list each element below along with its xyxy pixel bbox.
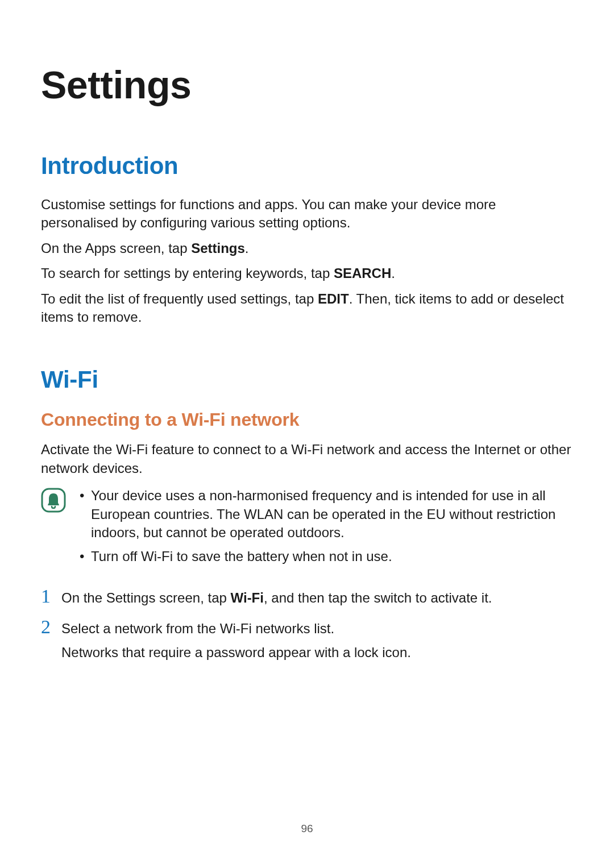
step-2-subtext: Networks that require a password appear … xyxy=(61,643,573,662)
text-span: On the Apps screen, tap xyxy=(41,240,191,256)
step-2: 2 Select a network from the Wi-Fi networ… xyxy=(41,617,573,638)
page-content: Settings Introduction Customise settings… xyxy=(0,0,614,662)
intro-paragraph-4: To edit the list of frequently used sett… xyxy=(41,290,573,327)
bold-settings: Settings xyxy=(191,240,245,256)
bullet-text: Turn off Wi-Fi to save the battery when … xyxy=(91,547,573,566)
text-span: . xyxy=(245,240,249,256)
section-heading-wifi: Wi-Fi xyxy=(41,366,573,393)
note-bullet-1: • Your device uses a non-harmonised freq… xyxy=(80,487,573,542)
step-number-2: 2 xyxy=(41,617,61,637)
bold-wifi: Wi-Fi xyxy=(231,590,264,605)
bold-search: SEARCH xyxy=(334,265,391,281)
wifi-paragraph-1: Activate the Wi-Fi feature to connect to… xyxy=(41,441,573,477)
intro-paragraph-2: On the Apps screen, tap Settings. xyxy=(41,239,573,258)
step-2-text: Select a network from the Wi-Fi networks… xyxy=(61,620,573,638)
section-heading-introduction: Introduction xyxy=(41,152,573,180)
text-span: To edit the list of frequently used sett… xyxy=(41,291,318,306)
intro-paragraph-3: To search for settings by entering keywo… xyxy=(41,264,573,283)
text-span: . xyxy=(391,265,395,281)
note-bullet-2: • Turn off Wi-Fi to save the battery whe… xyxy=(80,547,573,566)
text-span: , and then tap the switch to activate it… xyxy=(264,590,492,605)
bold-edit: EDIT xyxy=(318,291,349,306)
note-block: • Your device uses a non-harmonised freq… xyxy=(41,487,573,572)
note-bell-icon xyxy=(41,488,66,513)
page-title: Settings xyxy=(41,63,573,107)
step-number-1: 1 xyxy=(41,587,61,606)
bullet-dot: • xyxy=(80,487,91,505)
page-number: 96 xyxy=(0,823,614,835)
step-1-text: On the Settings screen, tap Wi-Fi, and t… xyxy=(61,589,573,607)
note-content: • Your device uses a non-harmonised freq… xyxy=(80,487,573,572)
bullet-text: Your device uses a non-harmonised freque… xyxy=(91,487,573,542)
intro-paragraph-1: Customise settings for functions and app… xyxy=(41,196,573,232)
step-1: 1 On the Settings screen, tap Wi-Fi, and… xyxy=(41,587,573,607)
text-span: On the Settings screen, tap xyxy=(61,590,231,605)
bullet-dot: • xyxy=(80,547,91,566)
text-span: To search for settings by entering keywo… xyxy=(41,265,334,281)
subsection-heading-connecting: Connecting to a Wi-Fi network xyxy=(41,409,573,430)
